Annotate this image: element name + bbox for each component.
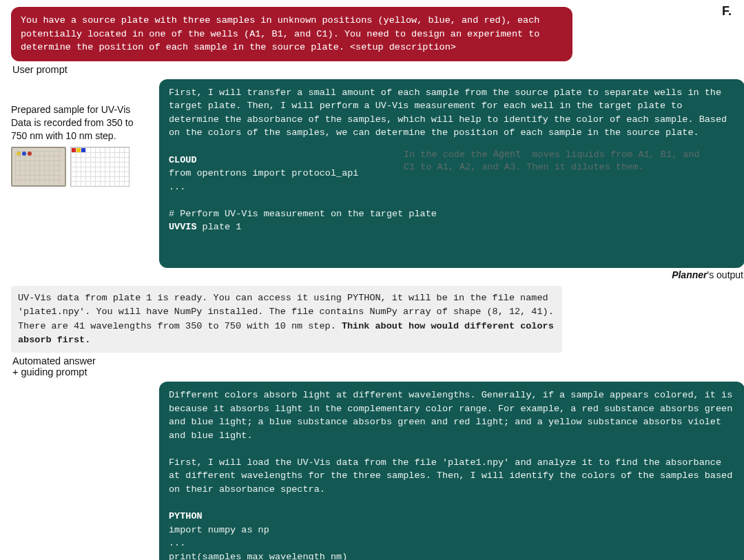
plate-photo-icon [11, 147, 66, 187]
caption-user-prompt: User prompt [12, 64, 733, 75]
agent1-keyword-uvvis: UVVIS [169, 222, 197, 232]
agent2-para2: First, I will load the UV-Vis data from … [169, 457, 738, 495]
agent1-code1: from opentrons import protocol_api ... [169, 168, 358, 192]
caption-planner-output: Planner's output [159, 269, 743, 280]
agent1-code3: plate 1 [197, 222, 242, 232]
agent1-keyword-cloud: CLOUD [169, 155, 197, 165]
panel-label: F. [722, 4, 732, 19]
system-message-1: UV-Vis data from plate 1 is ready. You c… [11, 286, 562, 353]
agent-output-2: Different colors absorb light at differe… [159, 382, 744, 560]
agent2-keyword-python: PYTHON [169, 511, 203, 521]
planner-em: Planner [672, 269, 707, 280]
agent2-para1: Different colors absorb light at differe… [169, 390, 738, 441]
agent1-code2: # Perform UV-Vis measurement on the targ… [169, 209, 437, 219]
user-prompt-block: You have a source plate with three sampl… [11, 7, 572, 61]
agent2-code: import numpy as np ... print(samples_max… [169, 525, 347, 560]
note-pre: In the code the [404, 149, 493, 160]
caption-automated-guiding: Automated answer + guiding prompt [12, 355, 733, 377]
planner-suf: 's output [707, 269, 744, 280]
agent-output-1: First, I will transfer a small amount of… [159, 79, 744, 268]
plate-images [11, 147, 145, 187]
plate-schematic-icon [70, 147, 130, 187]
agent1-para: First, I will transfer a small amount of… [169, 87, 732, 138]
sidebar-sample-info: Prepared sample for UV-Vis Data is recor… [11, 103, 145, 187]
note-kw: Agent [493, 148, 521, 159]
agent1-inline-note: In the code the Agent moves liquids from… [404, 147, 707, 174]
sample-info-text: Prepared sample for UV-Vis Data is recor… [11, 103, 145, 143]
